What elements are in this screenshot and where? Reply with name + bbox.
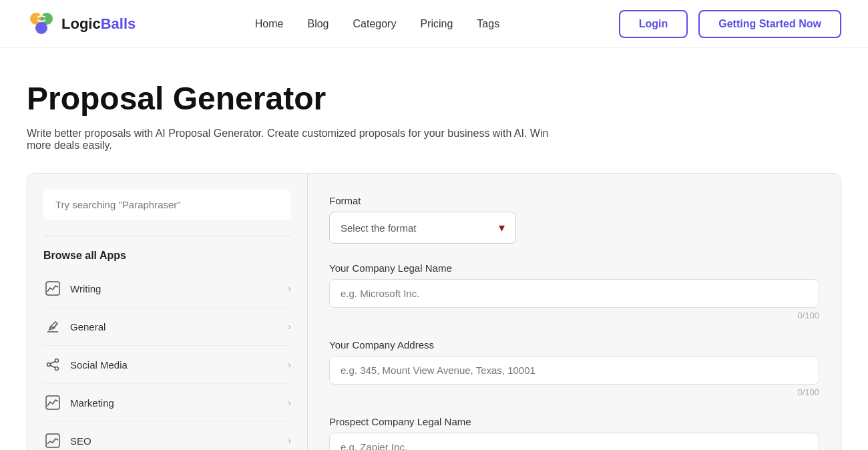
svg-point-7 (55, 367, 59, 371)
nav-tags[interactable]: Tags (477, 18, 499, 30)
svg-point-6 (47, 363, 51, 367)
chevron-right-icon: › (288, 283, 291, 294)
logo-icon (27, 9, 56, 39)
prospect-name-label: Prospect Company Legal Name (329, 416, 819, 427)
format-select-text: Select the format (341, 222, 416, 234)
main-nav: Home Blog Category Pricing Tags (255, 18, 499, 30)
svg-point-5 (55, 359, 59, 363)
company-address-char-count: 0/100 (329, 387, 819, 397)
marketing-icon (43, 393, 62, 412)
logo[interactable]: LogicBalls (27, 9, 136, 39)
header: LogicBalls Home Blog Category Pricing Ta… (0, 0, 868, 48)
company-name-label: Your Company Legal Name (329, 262, 819, 274)
search-input[interactable] (43, 190, 291, 220)
nav-category[interactable]: Category (353, 18, 397, 30)
company-name-group: Your Company Legal Name 0/100 (329, 262, 819, 320)
general-icon (43, 317, 62, 336)
chevron-down-icon: ▾ (499, 220, 505, 235)
svg-rect-3 (46, 282, 59, 295)
chevron-right-icon: › (288, 397, 291, 408)
login-button[interactable]: Login (619, 10, 688, 38)
nav-home[interactable]: Home (255, 18, 284, 30)
divider (43, 236, 291, 236)
sidebar-item-marketing-label: Marketing (70, 397, 114, 409)
company-address-label: Your Company Address (329, 339, 819, 351)
sidebar: Browse all Apps Writing › (27, 174, 308, 450)
sidebar-item-writing-label: Writing (70, 283, 101, 294)
nav-pricing[interactable]: Pricing (420, 18, 453, 30)
prospect-name-input[interactable] (329, 433, 819, 450)
logo-text: LogicBalls (61, 15, 136, 33)
svg-rect-10 (46, 396, 59, 409)
company-name-input[interactable] (329, 279, 819, 308)
header-actions: Login Getting Started Now (619, 10, 841, 38)
get-started-button[interactable]: Getting Started Now (698, 10, 841, 38)
page-description: Write better proposals with AI Proposal … (27, 128, 561, 152)
company-name-char-count: 0/100 (329, 310, 819, 320)
svg-rect-11 (46, 434, 59, 447)
sidebar-item-seo-label: SEO (70, 435, 91, 447)
company-address-group: Your Company Address 0/100 (329, 339, 819, 397)
sidebar-item-marketing[interactable]: Marketing › (43, 384, 291, 422)
form-area: Format Select the format ▾ Your Company … (308, 174, 841, 450)
svg-line-8 (50, 361, 55, 364)
social-media-icon (43, 355, 62, 374)
main-content: Proposal Generator Write better proposal… (0, 48, 868, 450)
writing-icon (43, 279, 62, 298)
chevron-right-icon: › (288, 359, 291, 370)
sidebar-item-social-media[interactable]: Social Media › (43, 346, 291, 384)
sidebar-item-general[interactable]: General › (43, 308, 291, 346)
svg-point-2 (35, 22, 47, 34)
svg-line-9 (50, 365, 55, 368)
chevron-right-icon: › (288, 321, 291, 332)
sidebar-item-seo[interactable]: SEO › (43, 422, 291, 450)
company-address-input[interactable] (329, 356, 819, 385)
content-area: Browse all Apps Writing › (27, 173, 841, 450)
format-label: Format (329, 195, 819, 206)
chevron-right-icon: › (288, 435, 291, 446)
page-title: Proposal Generator (27, 80, 841, 117)
nav-blog[interactable]: Blog (307, 18, 329, 30)
seo-icon (43, 431, 62, 450)
sidebar-item-general-label: General (70, 321, 105, 332)
sidebar-item-writing[interactable]: Writing › (43, 270, 291, 308)
browse-title: Browse all Apps (43, 250, 291, 262)
format-group: Format Select the format ▾ (329, 195, 819, 244)
sidebar-item-social-label: Social Media (70, 359, 128, 371)
format-select[interactable]: Select the format ▾ (329, 212, 516, 244)
prospect-name-group: Prospect Company Legal Name 0/100 (329, 416, 819, 450)
